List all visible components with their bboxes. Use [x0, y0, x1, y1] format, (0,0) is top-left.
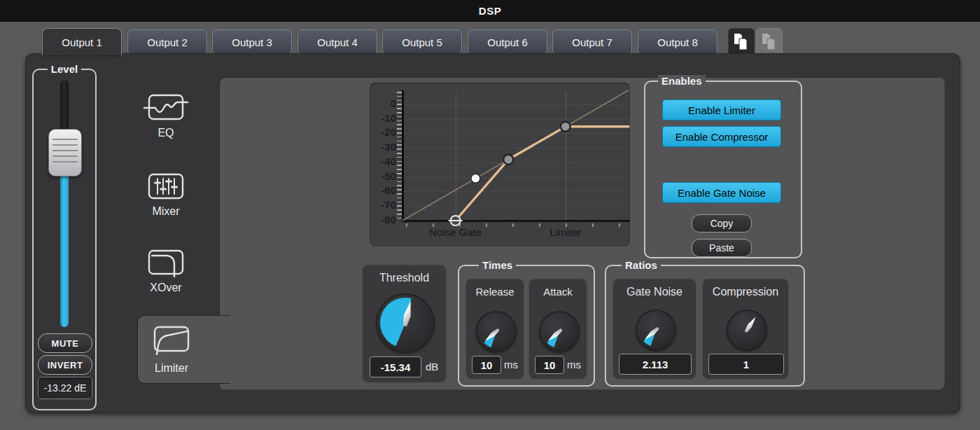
compression-label: Compression	[703, 286, 788, 298]
enables-group-label: Enables	[658, 75, 706, 88]
mute-button[interactable]: MUTE	[38, 333, 92, 353]
invert-button[interactable]: INVERT	[38, 355, 92, 375]
tab-output-6[interactable]: Output 6	[468, 29, 547, 55]
threshold-knob[interactable]	[376, 293, 435, 352]
compression-panel: Compression 1	[703, 279, 788, 378]
gate-noise-knob[interactable]	[636, 310, 676, 350]
sidebar-item-eq[interactable]: EQ	[131, 92, 201, 139]
tab-output-1[interactable]: Output 1	[42, 28, 122, 55]
ratios-group-label: Ratios	[622, 259, 661, 272]
tab-output-5[interactable]: Output 5	[382, 29, 462, 55]
fader-track-lower[interactable]	[60, 152, 69, 327]
times-group: Times Release 10 ms Attack	[458, 265, 595, 387]
threshold-value-field[interactable]: -15.34	[370, 356, 421, 377]
limiter-curve-icon	[152, 323, 191, 355]
sidebar-item-xover[interactable]: XOver	[131, 247, 201, 294]
release-panel: Release 10 ms	[466, 279, 524, 378]
gate-noise-value-field[interactable]: 2.113	[619, 354, 692, 375]
paste-channel-button[interactable]	[756, 28, 783, 56]
curve-svg	[370, 83, 630, 247]
dsp-window: DSP Output 1 Output 2 Output 3 Output 4 …	[0, 0, 980, 430]
tab-output-4[interactable]: Output 4	[298, 29, 377, 55]
limiter-handle[interactable]	[561, 122, 570, 132]
copy-pages-icon	[732, 32, 750, 52]
enables-group: Enables Enable Limiter Enable Compressor…	[644, 81, 802, 258]
title-bar: DSP	[0, 0, 980, 22]
sidebar-item-label: Mixer	[131, 205, 201, 218]
ratios-group: Ratios Gate Noise 2.113 Compression 1	[605, 265, 805, 387]
transfer-curve-graph: 0-10-20-30-40-50-60-70-80Noise GateLimit…	[370, 83, 630, 247]
threshold-panel: Threshold -15.34 dB	[363, 265, 446, 382]
mixer-faders-icon	[146, 172, 186, 201]
level-fader-handle[interactable]	[48, 129, 82, 176]
level-group: Level MUTE INVERT -13.22 dE	[32, 69, 97, 410]
fader-ridges	[52, 139, 78, 167]
release-value-field[interactable]: 10	[472, 356, 501, 374]
threshold-unit: dB	[426, 361, 438, 373]
tab-output-2[interactable]: Output 2	[127, 29, 207, 55]
attack-value-field[interactable]: 10	[535, 356, 564, 374]
channel-content-panel: Level MUTE INVERT -13.22 dE EQ Mixer	[25, 53, 960, 413]
gate-noise-panel: Gate Noise 2.113	[613, 279, 696, 378]
limiter-main-panel: 0-10-20-30-40-50-60-70-80Noise GateLimit…	[219, 77, 945, 390]
level-value-field[interactable]: -13.22 dE	[38, 377, 92, 399]
level-group-label: Level	[48, 63, 81, 76]
enable-compressor-button[interactable]: Enable Compressor	[662, 126, 781, 147]
times-group-label: Times	[479, 259, 516, 272]
gate-noise-label: Gate Noise	[613, 286, 696, 298]
gate-threshold-handle[interactable]	[471, 174, 480, 183]
copy-settings-button[interactable]: Copy	[692, 214, 752, 233]
copy-channel-button[interactable]	[728, 28, 755, 56]
compression-value-field[interactable]: 1	[708, 354, 784, 375]
tab-output-3[interactable]: Output 3	[212, 29, 292, 55]
enable-gate-noise-button[interactable]: Enable Gate Noise	[662, 182, 781, 203]
paste-settings-button[interactable]: Paste	[692, 239, 752, 257]
attack-label: Attack	[529, 286, 587, 298]
compression-knob[interactable]	[727, 310, 767, 350]
sidebar-item-label: EQ	[131, 127, 201, 139]
release-knob[interactable]	[476, 311, 517, 352]
compressor-handle[interactable]	[503, 155, 513, 165]
attack-knob[interactable]	[539, 311, 580, 352]
sidebar-item-label: XOver	[131, 282, 201, 294]
sidebar-item-label: Limiter	[138, 362, 205, 375]
release-label: Release	[466, 286, 524, 298]
tab-output-8[interactable]: Output 8	[638, 29, 718, 55]
enable-limiter-button[interactable]: Enable Limiter	[662, 99, 781, 120]
window-title: DSP	[479, 5, 501, 17]
paste-pages-icon	[760, 32, 778, 52]
crossover-curve-icon	[146, 247, 186, 277]
threshold-label: Threshold	[363, 272, 446, 284]
transfer-curve	[456, 127, 629, 221]
release-unit: ms	[504, 359, 518, 370]
tab-output-7[interactable]: Output 7	[552, 29, 632, 55]
sidebar-item-limiter[interactable]: Limiter	[137, 315, 230, 384]
eq-curve-icon	[143, 92, 189, 123]
sidebar-item-mixer[interactable]: Mixer	[131, 172, 201, 218]
attack-unit: ms	[567, 359, 581, 370]
compression-knob-needle	[743, 315, 758, 334]
attack-panel: Attack 10 ms	[529, 279, 587, 378]
